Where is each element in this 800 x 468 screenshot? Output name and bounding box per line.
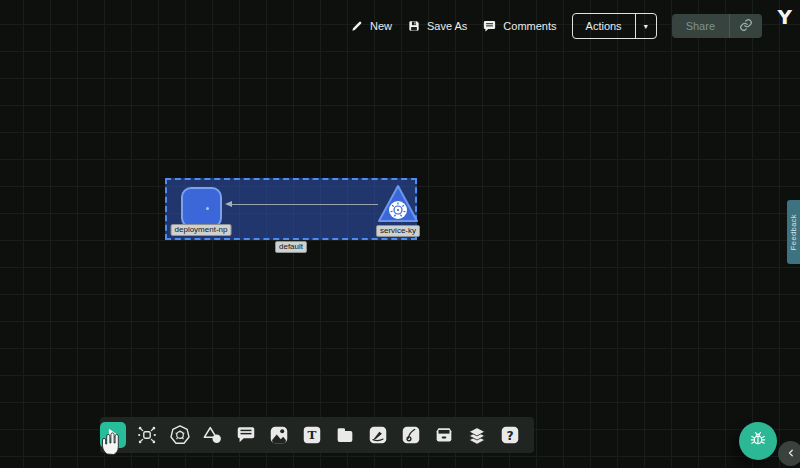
comment-bubble-icon [482, 19, 497, 34]
layers-tool[interactable] [465, 423, 489, 447]
svg-text:?: ? [506, 429, 513, 443]
actions-button[interactable]: Actions [573, 14, 635, 38]
sticky-note-tool[interactable] [333, 423, 357, 447]
cursor-arrow-icon [104, 426, 122, 444]
sticky-note-icon [334, 424, 356, 446]
new-button[interactable]: New [350, 19, 392, 33]
comments-label: Comments [503, 20, 556, 32]
selected-group-rect[interactable]: deployment-np service-ky default [165, 178, 417, 240]
node-label: deployment-np [171, 224, 232, 236]
new-label: New [370, 20, 392, 32]
comments-button[interactable]: Comments [482, 19, 556, 34]
text-icon: T [301, 424, 323, 446]
top-toolbar: New Save As Comments Actions ▾ Sh [350, 13, 762, 39]
pen-tool[interactable] [366, 423, 390, 447]
image-tool[interactable] [267, 423, 291, 447]
chevron-down-icon: ▾ [644, 22, 648, 31]
archive-drawer-icon [433, 424, 455, 446]
text-tool[interactable]: T [300, 423, 324, 447]
feedback-tab-label: Feedback [789, 214, 798, 250]
edge-port-dot [206, 207, 209, 210]
copy-link-button[interactable] [729, 14, 762, 38]
shapes-icon [202, 424, 224, 446]
pen-icon [367, 424, 389, 446]
kubernetes-tool[interactable] [168, 423, 192, 447]
link-icon [739, 18, 753, 34]
graph-layout-tool[interactable] [135, 423, 159, 447]
select-tool[interactable] [100, 422, 126, 448]
kubernetes-icon [169, 424, 191, 446]
save-as-label: Save As [427, 20, 467, 32]
speech-bubble-icon [235, 424, 257, 446]
bottom-toolbar: T [100, 417, 534, 453]
archive-tool[interactable] [432, 423, 456, 447]
edge-arrow[interactable] [227, 204, 378, 205]
bug-icon [748, 429, 768, 453]
save-as-button[interactable]: Save As [407, 19, 467, 33]
report-bug-button[interactable] [739, 422, 777, 460]
share-split-button: Share [672, 14, 762, 38]
calligraphy-pen-icon [400, 424, 422, 446]
share-button[interactable]: Share [672, 14, 729, 38]
pencil-icon [350, 19, 364, 33]
floppy-disk-icon [407, 19, 421, 33]
annotation-tool[interactable] [234, 423, 258, 447]
chevron-left-icon [785, 445, 797, 463]
node-deployment[interactable] [181, 187, 222, 228]
actions-dropdown-button[interactable]: ▾ [635, 14, 656, 38]
node-service[interactable] [377, 184, 419, 224]
node-label: service-ky [376, 225, 420, 237]
calligraphy-pen-tool[interactable] [399, 423, 423, 447]
actions-split-button: Actions ▾ [572, 13, 657, 39]
question-mark-icon: ? [499, 424, 521, 446]
graph-layout-icon [136, 424, 158, 446]
feedback-tab[interactable]: Feedback [787, 200, 800, 264]
shapes-tool[interactable] [201, 423, 225, 447]
image-icon [268, 424, 290, 446]
svg-text:T: T [308, 428, 317, 442]
app-logo: Y [778, 5, 792, 29]
layers-icon [466, 424, 488, 446]
help-tool[interactable]: ? [498, 423, 522, 447]
collapse-panel-button[interactable] [778, 441, 800, 466]
group-label: default [275, 241, 307, 253]
